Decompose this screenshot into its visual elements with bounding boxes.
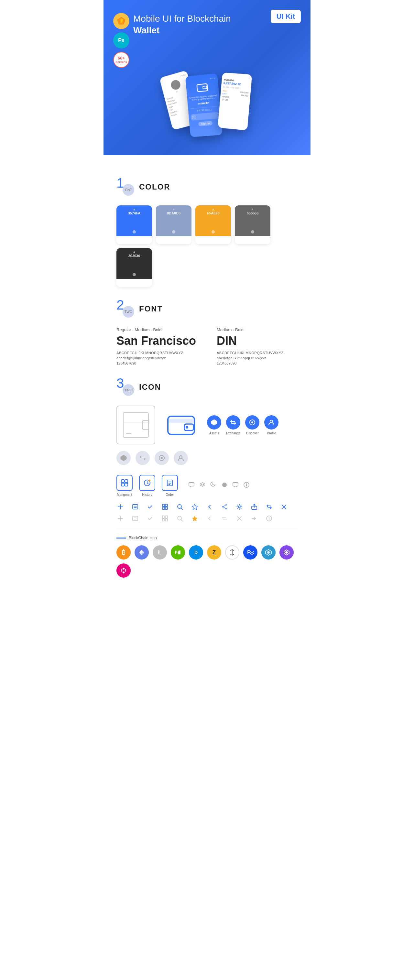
font-title: FONT <box>139 304 163 313</box>
svg-point-77 <box>267 551 270 554</box>
svg-rect-35 <box>132 504 138 509</box>
settings-icon <box>236 503 243 511</box>
history-icon <box>139 475 155 491</box>
swatch-gray: # 666666 <box>235 205 271 244</box>
svg-point-47 <box>225 508 227 509</box>
svg-marker-66 <box>192 516 197 521</box>
svg-rect-38 <box>162 504 165 506</box>
swatch-orange: # F5A623 <box>195 205 231 244</box>
svg-rect-23 <box>167 480 172 486</box>
info-icon-grey <box>265 515 273 522</box>
small-icons-active <box>116 503 298 511</box>
blockchain-text: BlockChain Icon <box>129 536 157 540</box>
nav-icon-discover-grey <box>154 451 169 465</box>
font-section-header: 2 TWO FONT <box>116 300 298 318</box>
grid-icon <box>161 503 169 511</box>
nav-label-profile: Profile <box>267 431 276 435</box>
bottom-icon-management: Mangment <box>116 475 132 496</box>
search-icon <box>176 503 184 511</box>
info-icon <box>243 482 250 490</box>
icon-title: ICON <box>139 383 161 392</box>
svg-rect-29 <box>233 482 238 486</box>
din-lowercase: abcdefghijklmnopqrstuvwxyz <box>217 356 298 360</box>
chat-icon <box>188 482 195 490</box>
font-sf: Regular · Medium · Bold San Francisco AB… <box>116 327 197 365</box>
list-edit-icon <box>131 503 139 511</box>
screens-badge: 60+ Screens <box>113 52 129 68</box>
svg-point-80 <box>123 568 124 570</box>
chevron-left-icon <box>206 503 213 511</box>
svg-line-65 <box>181 520 182 521</box>
nav-label-discover: Discover <box>246 431 259 435</box>
svg-point-16 <box>180 456 182 458</box>
order-icon <box>162 475 178 491</box>
svg-rect-60 <box>162 516 165 518</box>
svg-rect-57 <box>132 516 138 521</box>
din-name: DIN <box>217 334 298 348</box>
neo-icon <box>171 545 185 560</box>
svg-rect-27 <box>189 482 194 486</box>
sf-name: San Francisco <box>116 334 197 348</box>
polkadot-icon <box>116 563 131 578</box>
svg-rect-40 <box>162 507 165 509</box>
sf-lowercase: abcdefghijklmnopqrstuvwxyz <box>116 356 197 360</box>
star-icon <box>191 503 199 511</box>
bottom-nav-icons: Mangment History Order <box>116 475 298 496</box>
wallet-wireframe-icon: ▬▬ <box>116 406 155 444</box>
hero-section: Ps 60+ Screens Mobile UI for Blockchain … <box>104 0 310 155</box>
order-label: Order <box>166 493 174 496</box>
hero-title: Mobile UI for Blockchain Wallet <box>133 13 237 37</box>
layers-icon <box>199 482 206 490</box>
management-label: Mangment <box>117 493 132 496</box>
svg-point-46 <box>222 506 223 508</box>
svg-point-32 <box>246 484 247 484</box>
nav-icon-assets-grey <box>116 451 131 465</box>
svg-rect-41 <box>165 507 167 509</box>
small-icons-grey <box>116 515 298 522</box>
sketch-badge <box>113 13 129 29</box>
din-uppercase: ABCDEFGHIJKLMNOPQRSTUVWXYZ <box>217 351 298 355</box>
blockchain-line <box>116 538 126 539</box>
plus-icon-grey <box>116 515 124 522</box>
svg-point-45 <box>225 504 227 506</box>
svg-rect-20 <box>125 483 128 486</box>
swatch-blue: # 3574FA <box>116 205 152 244</box>
iota-icon <box>225 545 239 560</box>
management-icon <box>116 475 132 491</box>
svg-marker-44 <box>192 504 197 510</box>
bottom-icon-order: Order <box>162 475 178 496</box>
nav-icon-assets: Assets <box>207 415 221 435</box>
svg-marker-9 <box>211 420 217 425</box>
svg-rect-4 <box>203 86 207 89</box>
plus-icon <box>116 503 124 511</box>
nav-icons-grey <box>116 451 188 465</box>
ps-badge: Ps <box>113 32 129 49</box>
forward-icon-grey <box>250 515 258 522</box>
svg-rect-61 <box>165 516 167 518</box>
svg-point-42 <box>178 504 182 508</box>
swap-icon <box>265 503 273 511</box>
sf-style-label: Regular · Medium · Bold <box>116 327 197 332</box>
nav-icon-profile: Profile <box>264 415 279 435</box>
bitcoin-icon: ₿ <box>116 545 131 560</box>
svg-point-12 <box>270 420 273 423</box>
circle-icon <box>221 482 228 490</box>
svg-line-43 <box>181 508 182 509</box>
nav-icon-discover: Discover <box>245 415 260 435</box>
arrows-icon-grey <box>221 515 228 522</box>
svg-rect-63 <box>165 519 167 521</box>
nav-label-assets: Assets <box>209 431 219 435</box>
zcash-icon: Z <box>207 545 221 560</box>
color-title: COLOR <box>139 182 170 191</box>
message-icon <box>232 482 239 490</box>
din-numbers: 1234567890 <box>217 361 298 365</box>
litecoin-icon: Ł <box>153 545 167 560</box>
svg-rect-62 <box>162 519 165 521</box>
font-section: Regular · Medium · Bold San Francisco AB… <box>116 327 298 365</box>
swatch-slate: # 8DA0C8 <box>156 205 191 244</box>
history-label: History <box>142 493 152 496</box>
star-icon-orange <box>191 515 199 522</box>
nav-label-exchange: Exchange <box>226 431 240 435</box>
sf-uppercase: ABCDEFGHIJKLMNOPQRSTUVWXYZ <box>116 351 197 355</box>
svg-point-84 <box>121 571 123 572</box>
